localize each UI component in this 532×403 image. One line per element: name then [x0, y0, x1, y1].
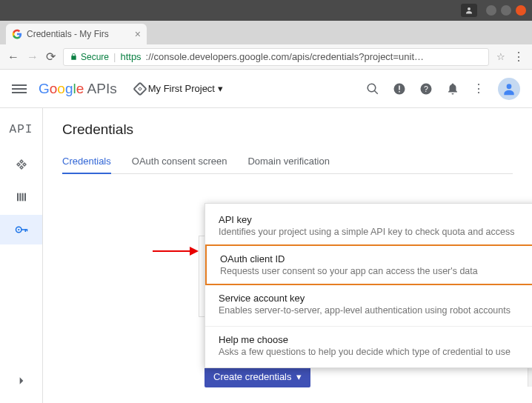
- svg-rect-13: [21, 229, 27, 230]
- diamond-grid-icon: [16, 159, 27, 170]
- dropdown-caret-icon: ▾: [218, 83, 223, 94]
- svg-point-12: [18, 229, 19, 230]
- svg-rect-7: [17, 193, 19, 202]
- menu-item-service-account-key[interactable]: Service account key Enables server-to-se…: [205, 285, 532, 323]
- svg-rect-8: [19, 193, 21, 202]
- sidebar-expand-button[interactable]: [0, 366, 42, 396]
- lock-icon: [70, 53, 78, 61]
- page-title: Credentials: [62, 121, 513, 138]
- url-scheme: https: [120, 51, 141, 62]
- close-window-button[interactable]: [516, 5, 526, 16]
- tab-oauth-consent[interactable]: OAuth consent screen: [132, 150, 227, 173]
- help-icon[interactable]: ?: [419, 82, 433, 96]
- project-selector[interactable]: My First Project ▾: [135, 83, 223, 94]
- url-path: ://console.developers.google.com/apis/cr…: [146, 51, 424, 62]
- tab-credentials[interactable]: Credentials: [62, 150, 111, 174]
- menu-item-title: Service account key: [219, 293, 524, 304]
- alert-icon[interactable]: [393, 82, 406, 96]
- sidebar-item-credentials[interactable]: [0, 215, 42, 244]
- svg-rect-14: [24, 229, 26, 232]
- menu-item-desc: Enables server-to-server, app-level auth…: [219, 305, 524, 316]
- tab-title: Credentials - My Firs: [27, 29, 109, 39]
- create-credentials-label: Create credentials: [213, 371, 292, 382]
- svg-point-6: [507, 84, 512, 89]
- tab-strip: Credentials - My Firs ×: [0, 21, 532, 44]
- menu-item-desc: Identifies your project using a simple A…: [219, 227, 524, 237]
- menu-item-help-me-choose[interactable]: Help me choose Asks a few questions to h…: [205, 326, 532, 364]
- tab-domain-verification[interactable]: Domain verification: [247, 150, 330, 173]
- sidebar-item-library[interactable]: [0, 182, 42, 212]
- menu-item-oauth-client-id[interactable]: OAuth client ID Requests user consent so…: [205, 244, 532, 285]
- address-bar: ← → ⟳ Secure | https://console.developer…: [0, 44, 532, 70]
- browser-menu-icon[interactable]: ⋮: [513, 50, 525, 64]
- user-profile-button[interactable]: [461, 4, 477, 17]
- bell-icon[interactable]: [446, 82, 459, 96]
- library-icon: [16, 191, 27, 203]
- google-favicon: [12, 29, 22, 39]
- menu-item-api-key[interactable]: API key Identifies your project using a …: [205, 207, 532, 244]
- browser-tab[interactable]: Credentials - My Firs ×: [6, 24, 147, 44]
- menu-item-desc: Requests user consent so your app can ac…: [220, 266, 522, 276]
- bookmark-star-icon[interactable]: ☆: [496, 51, 505, 62]
- svg-rect-10: [24, 193, 26, 202]
- chevron-right-icon: [16, 376, 27, 386]
- menu-item-desc: Asks a few questions to help you decide …: [219, 347, 524, 357]
- main-panel: Credentials Credentials OAuth consent sc…: [43, 108, 532, 403]
- menu-item-title: Help me choose: [219, 334, 524, 345]
- minimize-button[interactable]: [486, 5, 496, 16]
- search-icon[interactable]: [366, 82, 379, 96]
- svg-text:?: ?: [424, 84, 428, 93]
- svg-rect-2: [399, 85, 400, 90]
- app-header: Google APIs My First Project ▾ ? ⋮: [0, 70, 532, 108]
- forward-button: →: [27, 50, 39, 64]
- menu-item-title: OAuth client ID: [220, 253, 522, 264]
- more-icon[interactable]: ⋮: [473, 81, 485, 96]
- url-input[interactable]: Secure | https://console.developers.goog…: [63, 48, 489, 66]
- subtabs: Credentials OAuth consent screen Domain …: [62, 150, 513, 174]
- secure-indicator: Secure: [70, 52, 109, 62]
- svg-rect-15: [26, 229, 27, 231]
- sidebar: API: [0, 108, 43, 403]
- svg-rect-3: [399, 91, 400, 93]
- secure-label: Secure: [81, 52, 109, 62]
- sidebar-item-dashboard[interactable]: [0, 150, 42, 179]
- dropdown-caret-icon: ▾: [296, 371, 302, 382]
- back-button[interactable]: ←: [7, 50, 19, 64]
- content-area: API Credentials Credentials OAuth consen…: [0, 108, 532, 403]
- create-credentials-button[interactable]: Create credentials ▾: [205, 366, 310, 387]
- account-avatar[interactable]: [498, 78, 520, 100]
- menu-button[interactable]: [12, 84, 27, 93]
- key-icon: [15, 223, 28, 236]
- close-tab-icon[interactable]: ×: [135, 28, 141, 40]
- menu-item-title: API key: [219, 214, 524, 225]
- annotation-arrow: [153, 250, 197, 252]
- google-apis-logo[interactable]: Google APIs: [39, 81, 117, 97]
- svg-rect-9: [21, 193, 23, 202]
- window-titlebar: [0, 0, 532, 21]
- create-credentials-menu: API key Identifies your project using a …: [205, 203, 532, 368]
- maximize-button[interactable]: [501, 5, 511, 16]
- project-name: My First Project: [148, 83, 215, 94]
- project-icon: [133, 81, 147, 96]
- reload-button[interactable]: ⟳: [46, 50, 56, 64]
- sidebar-title: API: [10, 117, 33, 147]
- svg-point-0: [468, 7, 471, 10]
